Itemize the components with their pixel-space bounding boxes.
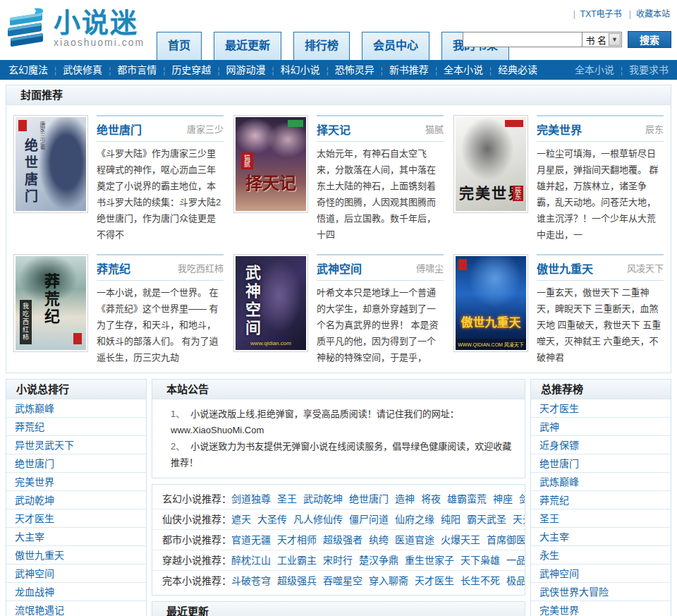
category-link[interactable]: 科幻小说 — [281, 64, 320, 76]
novel-link[interactable]: 官道无疆 — [231, 534, 271, 545]
txt-ebook-link[interactable]: TXT电子书 — [580, 9, 622, 19]
cover-sub-text: 我吃西红柿 — [20, 300, 32, 344]
novel-link[interactable]: 极品太子爷 — [506, 575, 525, 586]
novel-link[interactable]: 造神 — [395, 493, 415, 505]
novel-link[interactable]: 天元神诀 — [513, 514, 525, 525]
novel-link[interactable]: 武动乾坤 — [303, 493, 343, 505]
novel-link[interactable]: 首席御医 — [487, 534, 525, 545]
category-link[interactable]: 网游动漫 — [226, 64, 266, 76]
novel-link[interactable]: 武动乾坤 — [15, 495, 54, 506]
novel-link[interactable]: 莽荒纪 — [539, 495, 569, 506]
category-link[interactable]: 历史穿越 — [171, 64, 211, 76]
nav-button[interactable]: 排行榜 — [293, 32, 350, 60]
novel-link[interactable]: 天才医生 — [415, 575, 454, 586]
recommend-row: 仙侠小说推荐：遮天大圣传凡人修仙传僵尸问道仙府之缘纯阳霸天武圣天元神诀 — [152, 509, 525, 530]
book-title-link[interactable]: 择天记 — [317, 121, 350, 138]
cover-sub-text: 辰东 — [513, 186, 523, 201]
category-link[interactable]: 玄幻魔法 — [8, 64, 48, 76]
category-link[interactable]: 全本小说 — [444, 64, 483, 76]
book-title-link[interactable]: 傲世九重天 — [537, 260, 593, 277]
novel-link[interactable]: 醉枕江山 — [231, 555, 271, 566]
novel-link[interactable]: 流氓艳遇记 — [15, 605, 64, 616]
novel-link[interactable]: 天下枭雄 — [461, 555, 500, 566]
novel-link[interactable]: 霸天武圣 — [467, 514, 506, 525]
book-title-link[interactable]: 绝世唐门 — [97, 121, 142, 138]
novel-link[interactable]: 将夜 — [421, 493, 441, 505]
novel-link[interactable]: 一品江山 — [506, 555, 525, 566]
category-link[interactable]: 都市言情 — [117, 64, 157, 76]
novel-link[interactable]: 医道官途 — [395, 534, 434, 545]
novel-link[interactable]: 僵尸问道 — [349, 514, 389, 525]
book-title-link[interactable]: 莽荒纪 — [97, 260, 130, 277]
novel-link[interactable]: 莽荒纪 — [15, 421, 44, 433]
book-cover-link[interactable]: 武神空间www.qidian.com — [233, 254, 308, 352]
nav-right-link[interactable]: 全本小说 — [575, 64, 614, 76]
novel-link[interactable]: 绝世唐门 — [349, 493, 389, 505]
novel-link[interactable]: 天才相师 — [277, 534, 317, 545]
novel-link[interactable]: 完美世界 — [15, 476, 54, 488]
novel-link[interactable]: 异世灵武天下 — [15, 440, 74, 451]
book-cover-link[interactable]: 莽荒纪我吃西红柿 — [13, 254, 88, 352]
category-link[interactable]: 武侠修真 — [63, 64, 102, 76]
novel-link[interactable]: 大主宰 — [539, 531, 569, 543]
novel-link[interactable]: 神座 — [493, 493, 513, 505]
book-cover-link[interactable]: 择天记猫腻 — [233, 115, 308, 213]
novel-link[interactable]: 武侠世界大冒险 — [539, 586, 609, 598]
novel-link[interactable]: 完美世界 — [539, 605, 579, 616]
logo-text: 小说迷 xiaoshuomi.com — [54, 9, 145, 48]
nav-button[interactable]: 最近更新 — [214, 32, 281, 60]
novel-link[interactable]: 武炼巅峰 — [539, 476, 579, 488]
novel-link[interactable]: 剑道独尊 — [231, 493, 271, 505]
bookmark-site-link[interactable]: 收藏本站 — [636, 9, 670, 19]
novel-link[interactable]: 火爆天王 — [441, 534, 480, 545]
novel-link[interactable]: 绝世唐门 — [15, 458, 54, 469]
novel-link[interactable]: 圣王 — [277, 493, 297, 505]
novel-link[interactable]: 凡人修仙传 — [293, 514, 343, 525]
novel-link[interactable]: 穿入聊斋 — [369, 575, 408, 586]
search-type-select[interactable]: 书 名 ▼ — [583, 32, 622, 47]
category-link[interactable]: 经典必读 — [498, 64, 537, 76]
novel-link[interactable]: 傲世九重天 — [15, 550, 64, 561]
site-logo[interactable]: 小说迷 xiaoshuomi.com — [7, 7, 145, 49]
category-link[interactable]: 恐怖灵异 — [335, 64, 374, 76]
novel-link[interactable]: 龙血战神 — [15, 586, 54, 598]
novel-link[interactable]: 遮天 — [231, 514, 251, 525]
novel-link[interactable]: 天才医生 — [15, 513, 54, 524]
book-cover-link[interactable]: 绝世唐门唐家三少著 — [13, 115, 88, 213]
novel-link[interactable]: 永生 — [539, 550, 559, 561]
novel-link[interactable]: 武神 — [539, 421, 559, 433]
novel-link[interactable]: 大圣传 — [257, 514, 287, 525]
novel-link[interactable]: 工业霸主 — [277, 555, 317, 566]
novel-link[interactable]: 吞噬星空 — [323, 575, 362, 586]
novel-link[interactable]: 纨绔 — [369, 534, 389, 545]
novel-link[interactable]: 楚汉争鼎 — [359, 555, 398, 566]
novel-link[interactable]: 重生世家子 — [405, 555, 454, 566]
novel-link[interactable]: 超级强兵 — [277, 575, 317, 586]
novel-link[interactable]: 圣王 — [539, 513, 559, 524]
search-button[interactable]: 搜索 — [628, 31, 671, 48]
novel-link[interactable]: 长生不死 — [461, 575, 500, 586]
nav-button[interactable]: 首页 — [157, 32, 202, 60]
novel-link[interactable]: 纯阳 — [441, 514, 461, 525]
novel-link[interactable]: 武炼巅峰 — [15, 403, 54, 414]
novel-link[interactable]: 超级强者 — [323, 534, 362, 545]
novel-link[interactable]: 天才医生 — [539, 403, 579, 414]
novel-link[interactable]: 武神空间 — [539, 568, 579, 579]
book-title-link[interactable]: 武神空间 — [317, 260, 362, 277]
search-input[interactable] — [463, 32, 583, 47]
nav-button[interactable]: 会员中心 — [362, 32, 429, 60]
novel-link[interactable]: 近身保镖 — [539, 440, 579, 451]
book-cover-link[interactable]: 完美世界辰东 — [453, 115, 528, 213]
category-link[interactable]: 新书推荐 — [389, 64, 429, 76]
book-cover-link[interactable]: 傲世九重天WWW.QIDIAN.COM 风凌天下 — [453, 254, 528, 352]
book-title-link[interactable]: 完美世界 — [537, 121, 582, 138]
novel-link[interactable]: 仙府之缘 — [395, 514, 434, 525]
novel-link[interactable]: 剑逆苍穹 — [519, 493, 525, 505]
novel-link[interactable]: 绝世唐门 — [539, 458, 579, 469]
novel-link[interactable]: 斗破苍穹 — [231, 575, 271, 586]
nav-right-link[interactable]: 我要求书 — [629, 64, 669, 76]
novel-link[interactable]: 雄霸蛮荒 — [447, 493, 487, 505]
novel-link[interactable]: 武神空间 — [15, 568, 54, 579]
novel-link[interactable]: 大主宰 — [15, 531, 44, 543]
novel-link[interactable]: 宋时行 — [323, 555, 353, 566]
